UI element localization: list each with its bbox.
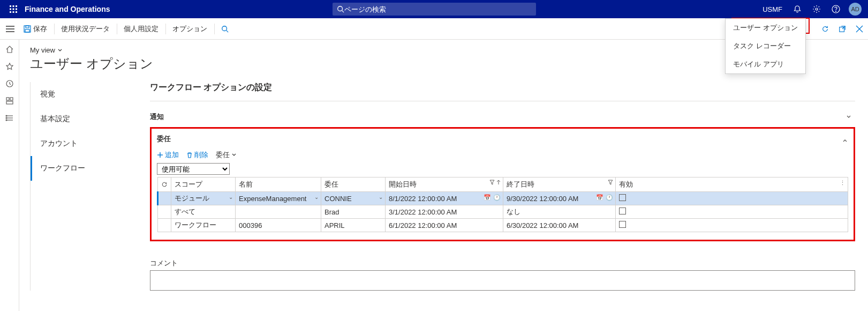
- usage-data-button[interactable]: 使用状況データ: [57, 22, 115, 36]
- svg-rect-7: [13, 11, 14, 13]
- recent-icon[interactable]: [4, 78, 15, 89]
- cell-scope[interactable]: ワークフロー: [171, 219, 236, 232]
- sidenav-item-visual[interactable]: 視覚: [31, 82, 137, 107]
- filter-icon: [489, 180, 495, 185]
- chevron-down-icon: [231, 152, 237, 158]
- modules-icon[interactable]: [4, 113, 15, 123]
- cell-end[interactable]: なし: [503, 205, 616, 219]
- calendar-icon[interactable]: 📅: [484, 194, 491, 201]
- svg-point-32: [6, 115, 7, 116]
- col-delegate[interactable]: 委任: [321, 177, 386, 192]
- cell-scope[interactable]: すべて: [171, 205, 236, 219]
- delete-button[interactable]: 削除: [186, 150, 208, 160]
- search-icon: [337, 5, 344, 13]
- checkbox[interactable]: [619, 208, 626, 214]
- personalize-label: 個人用設定: [124, 24, 158, 34]
- sort-icon: [496, 180, 501, 185]
- cell-end[interactable]: 9/30/2022 12:00:00 AM📅🕐: [503, 192, 616, 205]
- save-icon: [24, 25, 31, 33]
- checkbox[interactable]: [619, 194, 626, 201]
- cell-start[interactable]: 3/1/2022 12:00:00 AM: [386, 205, 503, 219]
- gear-icon[interactable]: [808, 0, 825, 18]
- table-row[interactable]: すべてBrad3/1/2022 12:00:00 AMなし: [158, 205, 848, 219]
- col-start[interactable]: 開始日時: [386, 177, 503, 192]
- col-end[interactable]: 終了日時: [503, 177, 616, 192]
- delegate-dropdown[interactable]: 委任: [216, 150, 237, 160]
- search-box[interactable]: [333, 3, 536, 16]
- svg-point-13: [836, 11, 836, 12]
- options-button[interactable]: オプション: [168, 22, 212, 36]
- personalize-button[interactable]: 個人用設定: [119, 22, 163, 36]
- cell-start[interactable]: 6/1/2022 12:00:00 AM: [386, 219, 503, 232]
- col-end-label: 終了日時: [507, 180, 534, 188]
- filter-icon: [608, 180, 613, 185]
- row-marker[interactable]: [158, 205, 171, 219]
- delegation-grid: スコープ 名前 委任 開始日時: [157, 177, 848, 232]
- add-label: 追加: [165, 150, 179, 160]
- table-row[interactable]: モジュール⌄ExpenseManagement⌄CONNIE⌄8/1/2022 …: [158, 192, 848, 205]
- close-icon[interactable]: [853, 23, 866, 35]
- cell-name[interactable]: [236, 205, 321, 219]
- clock-icon[interactable]: 🕐: [606, 194, 613, 201]
- cell-end[interactable]: 6/30/2022 12:00:00 AM: [503, 219, 616, 232]
- bell-icon[interactable]: [789, 0, 806, 18]
- cell-enabled[interactable]: [616, 192, 848, 205]
- sidenav-item-account[interactable]: アカウント: [31, 131, 137, 156]
- add-button[interactable]: 追加: [157, 150, 179, 160]
- filter-select[interactable]: 使用可能: [157, 163, 230, 175]
- table-row[interactable]: ワークフロー000396APRIL6/1/2022 12:00:00 AM6/3…: [158, 219, 848, 232]
- cell-scope[interactable]: モジュール⌄: [171, 192, 236, 205]
- help-icon[interactable]: [827, 0, 844, 18]
- svg-rect-28: [6, 101, 13, 104]
- svg-point-34: [6, 120, 7, 121]
- cell-delegate[interactable]: CONNIE⌄: [321, 192, 386, 205]
- popout-icon[interactable]: [836, 23, 849, 35]
- sidenav-item-preferences[interactable]: 基本設定: [31, 107, 137, 131]
- settings-menu-task-recorder[interactable]: タスク レコーダー: [726, 37, 805, 55]
- settings-menu-user-options[interactable]: ユーザー オプション: [726, 19, 805, 37]
- col-start-label: 開始日時: [389, 180, 417, 188]
- col-enabled[interactable]: 有効 ⋮: [616, 177, 848, 192]
- checkbox[interactable]: [619, 221, 626, 228]
- workspaces-icon[interactable]: [4, 95, 15, 106]
- refresh-icon[interactable]: [819, 23, 832, 35]
- legal-entity[interactable]: USMF: [758, 5, 787, 13]
- svg-rect-2: [16, 5, 17, 7]
- col-scope[interactable]: スコープ: [171, 177, 236, 192]
- comment-input[interactable]: [150, 270, 855, 291]
- cell-name[interactable]: 000396: [236, 219, 321, 232]
- sidenav-item-workflow[interactable]: ワークフロー: [31, 156, 137, 181]
- cell-enabled[interactable]: [616, 205, 848, 219]
- save-button[interactable]: 保存: [19, 22, 52, 36]
- search-input[interactable]: [344, 5, 532, 13]
- notifications-section[interactable]: 通知: [150, 109, 855, 125]
- save-label: 保存: [33, 24, 47, 34]
- hamburger-icon[interactable]: [2, 26, 18, 32]
- cell-enabled[interactable]: [616, 219, 848, 232]
- side-nav: 視覚 基本設定 アカウント ワークフロー: [30, 82, 137, 291]
- chevron-down-icon: ⌄: [229, 194, 233, 200]
- user-avatar[interactable]: AD: [847, 0, 864, 18]
- refresh-column[interactable]: [158, 177, 171, 192]
- calendar-icon[interactable]: 📅: [596, 194, 603, 201]
- cell-delegate[interactable]: APRIL: [321, 219, 386, 232]
- breadcrumb-view: My view: [30, 46, 55, 54]
- clock-icon[interactable]: 🕐: [493, 194, 501, 201]
- cell-delegate[interactable]: Brad: [321, 205, 386, 219]
- cell-name[interactable]: ExpenseManagement⌄: [236, 192, 321, 205]
- section-title: ワークフロー オプションの設定: [150, 82, 855, 93]
- find-button[interactable]: [217, 23, 233, 35]
- row-marker[interactable]: [158, 219, 171, 232]
- col-name[interactable]: 名前: [236, 177, 321, 192]
- home-icon[interactable]: [4, 44, 15, 55]
- delegation-section-header[interactable]: 委任: [157, 133, 848, 148]
- svg-point-9: [338, 6, 343, 11]
- settings-menu-mobile-app[interactable]: モバイル アプリ: [726, 55, 805, 73]
- svg-rect-27: [10, 98, 13, 100]
- cell-start[interactable]: 8/1/2022 12:00:00 AM📅🕐: [386, 192, 503, 205]
- star-icon[interactable]: [4, 61, 15, 72]
- waffle-icon[interactable]: [4, 5, 22, 13]
- row-marker[interactable]: [158, 192, 171, 205]
- svg-line-10: [342, 11, 344, 13]
- search-icon: [221, 25, 229, 33]
